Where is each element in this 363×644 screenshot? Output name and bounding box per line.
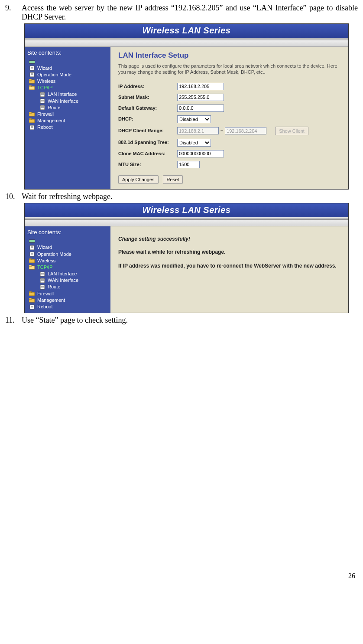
sidebar-item-firewall[interactable]: Firewall [29, 111, 109, 118]
sidebar-item-wizard[interactable]: Wizard [29, 65, 109, 72]
reconnect-message: If IP address was modified, you have to … [118, 262, 343, 270]
sidebar-item-route[interactable]: Route [29, 105, 109, 111]
step-text-11: Use “State” page to check setting. [22, 316, 358, 325]
content-lan-setup: LAN Interface Setup This page is used to… [110, 47, 348, 189]
folder-icon [29, 258, 35, 263]
page-icon [39, 284, 45, 290]
sidebar-item-root[interactable] [29, 238, 109, 244]
range-dash: – [220, 128, 223, 134]
toolbar [25, 40, 348, 47]
nav-tree: Wizard Operation Mode Wireless TCP/IP LA… [27, 59, 109, 131]
page-icon [29, 72, 35, 77]
step-number-11: 11. [5, 316, 22, 325]
page-icon [29, 125, 35, 130]
apply-changes-button[interactable]: Apply Changes [118, 175, 159, 184]
wait-message: Please wait a while for refreshing webpa… [118, 249, 343, 255]
svg-rect-48 [29, 291, 32, 293]
sidebar-item-label: WAN Interface [48, 98, 78, 104]
sidebar-item-label: Reboot [37, 124, 52, 130]
router-title: Wireless LAN Series [25, 24, 348, 38]
svg-rect-10 [29, 85, 32, 87]
sidebar-item-route[interactable]: Route [29, 284, 109, 290]
nav-tree: Wizard Operation Mode Wireless TCP/IP LA… [27, 238, 109, 310]
sidebar-item-wan[interactable]: WAN Interface [29, 277, 109, 284]
page-icon [39, 278, 45, 283]
sidebar-item-label: Wireless [37, 78, 55, 84]
default-gateway-input[interactable] [177, 105, 224, 112]
folder-icon [29, 112, 35, 117]
svg-rect-8 [29, 79, 32, 80]
svg-rect-23 [29, 118, 32, 120]
svg-rect-37 [29, 265, 32, 266]
folder-icon [29, 291, 35, 296]
folder-open-icon [29, 85, 35, 91]
label-ip: IP Address: [118, 84, 177, 89]
sidebar-item-wireless[interactable]: Wireless [29, 78, 109, 85]
page-icon [39, 105, 45, 110]
sidebar-item-lan[interactable]: LAN Interface [29, 271, 109, 277]
dhcp-select[interactable]: Disabled [177, 115, 211, 123]
svg-rect-21 [29, 112, 32, 113]
sidebar-item-label: TCP/IP [37, 85, 52, 91]
sidebar-item-label: Route [48, 284, 60, 290]
sidebar-item-label: LAN Interface [48, 271, 77, 277]
sidebar-item-wizard[interactable]: Wizard [29, 244, 109, 251]
sidebar: Site contents: Wizard Operation Mode Wir… [25, 47, 110, 189]
label-range: DHCP Client Range: [118, 128, 177, 134]
folder-icon [29, 297, 35, 303]
sidebar-item-management[interactable]: Management [29, 297, 109, 304]
sidebar-item-reboot[interactable]: Reboot [29, 124, 109, 131]
page-heading: LAN Interface Setup [118, 51, 343, 60]
step-text-10: Wait for refreshing webpage. [22, 192, 358, 201]
sidebar-item-label: Wireless [37, 258, 55, 264]
sidebar-item-opmode[interactable]: Operation Mode [29, 251, 109, 258]
success-message: Change setting successfully! [118, 236, 343, 242]
sidebar-title: Site contents: [27, 229, 109, 236]
show-client-button[interactable]: Show Client [275, 127, 308, 135]
page-icon [39, 98, 45, 104]
ip-address-input[interactable] [177, 83, 224, 90]
clone-mac-input[interactable] [177, 150, 224, 157]
sidebar-item-opmode[interactable]: Operation Mode [29, 72, 109, 78]
sidebar-item-root[interactable] [29, 59, 109, 65]
sidebar-item-label: Firewall [37, 291, 54, 297]
spanning-tree-select[interactable]: Disabled [177, 139, 211, 147]
folder-icon [29, 118, 35, 124]
mtu-size-input[interactable] [177, 161, 200, 168]
sidebar-item-tcpip[interactable]: TCP/IP [29, 85, 109, 91]
router-title: Wireless LAN Series [25, 203, 348, 217]
sidebar-item-firewall[interactable]: Firewall [29, 291, 109, 297]
sidebar-item-label: Management [37, 118, 65, 124]
label-clone: Clone MAC Address: [118, 151, 177, 157]
page-number: 26 [5, 572, 358, 580]
page-icon [29, 252, 35, 257]
sidebar-item-wireless[interactable]: Wireless [29, 258, 109, 264]
folder-open-icon [29, 265, 35, 270]
step-number-9: 9. [5, 3, 22, 13]
reset-button[interactable]: Reset [163, 175, 183, 184]
sidebar: Site contents: Wizard Operation Mode Wir… [25, 226, 110, 313]
label-gateway: Default Gateway: [118, 105, 177, 111]
sidebar-item-wan[interactable]: WAN Interface [29, 98, 109, 105]
router-window-refresh: Wireless LAN Series Site contents: Wizar… [24, 203, 349, 313]
router-window-lan: Wireless LAN Series Site contents: Wizar… [24, 23, 349, 190]
sidebar-item-label: Route [48, 105, 60, 111]
label-dhcp: DHCP: [118, 116, 177, 122]
sidebar-item-tcpip[interactable]: TCP/IP [29, 264, 109, 271]
sidebar-item-management[interactable]: Management [29, 118, 109, 124]
sidebar-item-label: Management [37, 297, 65, 303]
sidebar-item-lan[interactable]: LAN Interface [29, 91, 109, 98]
sidebar-item-reboot[interactable]: Reboot [29, 304, 109, 310]
page-icon [29, 245, 35, 250]
svg-rect-35 [29, 258, 32, 260]
content-refresh: Change setting successfully! Please wait… [110, 226, 348, 313]
dhcp-range-start-input[interactable] [177, 127, 219, 134]
subnet-mask-input[interactable] [177, 94, 224, 101]
sidebar-item-label: Wizard [37, 245, 52, 250]
dhcp-range-end-input[interactable] [225, 127, 266, 134]
sidebar-item-label: Firewall [37, 111, 54, 117]
sidebar-item-label: Wizard [37, 65, 52, 71]
sidebar-item-label: LAN Interface [48, 92, 77, 97]
step-text-9: Access the web server by the new IP addr… [22, 3, 358, 22]
root-icon [29, 59, 35, 65]
